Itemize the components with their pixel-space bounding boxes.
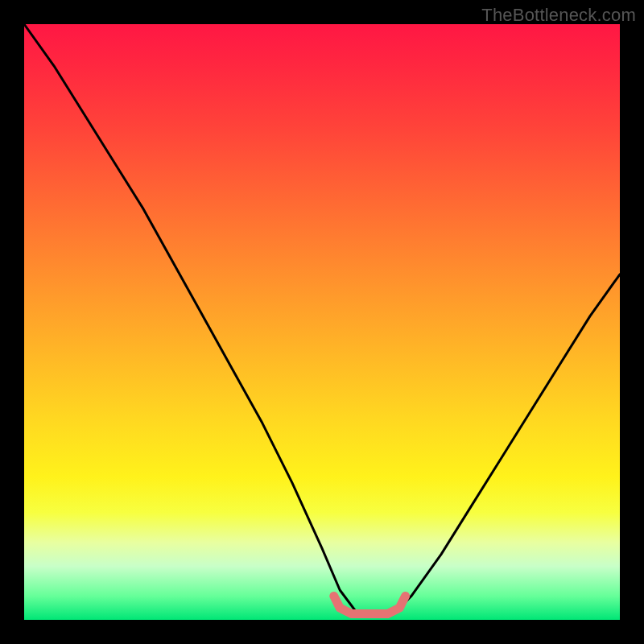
curve-svg — [24, 24, 620, 620]
bottleneck-curve — [24, 24, 620, 614]
watermark-label: TheBottleneck.com — [481, 5, 636, 26]
sweet-spot-marker — [334, 596, 406, 613]
plot-area — [24, 24, 620, 620]
chart-frame: TheBottleneck.com — [0, 0, 644, 644]
